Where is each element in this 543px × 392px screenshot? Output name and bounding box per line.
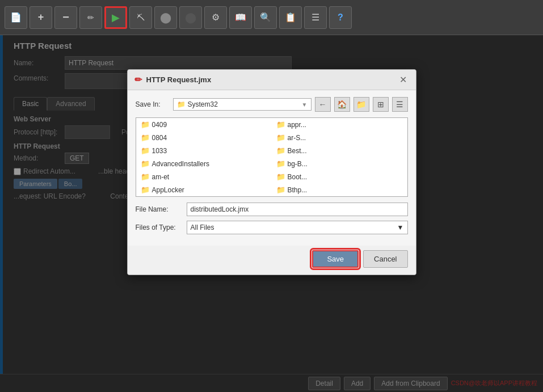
list-item[interactable]: 📁 appr... <box>272 118 407 131</box>
list-item[interactable]: 📁 bg-B... <box>272 157 407 170</box>
folder-icon: 📁 <box>276 120 285 129</box>
toolbar-add-btn[interactable]: + <box>30 6 52 29</box>
folder-icon: 📁 <box>141 133 150 142</box>
toolbar-template-btn[interactable]: 📋 <box>279 6 302 29</box>
save-dialog: ✏ HTTP Request.jmx ✕ Save In: 📁 System32… <box>127 69 416 275</box>
main-toolbar: 📄 + − ✏ ▶ ⛏ ⬤ ⬤ ⚙ 📖 🔍 📋 ☰ ? <box>0 0 543 35</box>
toolbar-book-btn[interactable]: 📖 <box>229 6 252 29</box>
nav-new-folder-btn[interactable]: 📁 <box>353 97 369 112</box>
save-in-row: Save In: 📁 System32 ▼ ← 🏠 📁 ⊞ ☰ <box>136 97 408 112</box>
dialog-title-icon: ✏ <box>134 74 142 85</box>
dialog-title: ✏ HTTP Request.jmx <box>134 74 212 85</box>
folder-icon: 📁 <box>276 172 285 181</box>
list-item[interactable]: 📁 1033 <box>136 144 272 157</box>
folder-icon: 📁 <box>276 146 285 155</box>
list-item[interactable]: 📁 Boot... <box>272 170 407 183</box>
folder-icon: 📁 <box>141 146 150 155</box>
list-item[interactable]: 📁 0804 <box>136 131 272 144</box>
toolbar-settings-btn[interactable]: ⚙ <box>204 6 227 29</box>
dialog-header: ✏ HTTP Request.jmx ✕ <box>128 70 416 90</box>
view-list-btn[interactable]: ☰ <box>392 97 408 112</box>
dialog-close-btn[interactable]: ✕ <box>397 74 409 85</box>
folder-icon: 📁 <box>276 133 285 142</box>
list-item[interactable]: 📁 Best... <box>272 144 407 157</box>
chevron-down-icon: ▼ <box>397 224 404 231</box>
folder-icon: 📁 <box>141 186 150 194</box>
toolbar-help-btn[interactable]: ? <box>329 6 352 29</box>
toolbar-new-btn[interactable]: 📄 <box>5 6 27 29</box>
toolbar-edit-btn[interactable]: ✏ <box>79 6 102 29</box>
view-grid-btn[interactable]: ⊞ <box>373 97 389 112</box>
save-button[interactable]: Save <box>312 250 359 268</box>
dialog-body: Save In: 📁 System32 ▼ ← 🏠 📁 ⊞ ☰ 📁 <box>128 90 416 246</box>
save-in-dropdown[interactable]: 📁 System32 ▼ <box>173 98 312 111</box>
folder-icon: 📁 <box>141 172 150 181</box>
nav-home-btn[interactable]: 🏠 <box>334 97 350 112</box>
toolbar-stop-btn[interactable]: ⛏ <box>129 6 152 29</box>
list-item[interactable]: 📁 ar-S... <box>272 131 407 144</box>
main-area: HTTP Request Name: Comments: ▼ Basic Adv… <box>0 35 543 392</box>
toolbar-run-btn[interactable]: ▶ <box>104 6 127 29</box>
list-item[interactable]: 📁 0409 <box>136 118 272 131</box>
dialog-overlay: ✏ HTTP Request.jmx ✕ Save In: 📁 System32… <box>0 35 543 392</box>
toolbar-log-btn[interactable]: ☰ <box>304 6 327 29</box>
file-type-value: All Files <box>191 224 214 231</box>
dialog-title-text: HTTP Request.jmx <box>146 75 212 84</box>
save-in-label: Save In: <box>136 100 170 108</box>
toolbar-clear-btn[interactable]: ⬤ <box>179 6 202 29</box>
list-item[interactable]: 📁 AdvancedInstallers <box>136 157 272 170</box>
toolbar-pause-btn[interactable]: ⬤ <box>154 6 177 29</box>
file-list: 📁 0409 📁 appr... 📁 0804 📁 ar-S... <box>136 117 408 197</box>
list-item[interactable]: 📁 am-et <box>136 170 272 183</box>
dialog-footer: Save Cancel <box>128 246 416 275</box>
file-name-label: File Name: <box>136 205 187 213</box>
list-item[interactable]: 📁 AppLocker <box>136 183 272 196</box>
file-type-label: Files of Type: <box>136 224 187 231</box>
nav-back-btn[interactable]: ← <box>315 97 331 112</box>
folder-icon: 📁 <box>141 120 150 129</box>
cancel-button[interactable]: Cancel <box>363 250 407 268</box>
file-type-select[interactable]: All Files ▼ <box>187 221 408 234</box>
toolbar-remove-btn[interactable]: − <box>54 6 77 29</box>
file-type-row: Files of Type: All Files ▼ <box>136 221 408 234</box>
list-item[interactable]: 📁 Bthp... <box>272 183 407 196</box>
folder-icon: 📁 <box>276 186 285 194</box>
current-folder: System32 <box>188 100 218 108</box>
file-name-input[interactable] <box>187 203 408 216</box>
toolbar-search-btn[interactable]: 🔍 <box>254 6 277 29</box>
folder-icon: 📁 <box>276 159 285 168</box>
file-name-row: File Name: <box>136 203 408 216</box>
folder-icon: 📁 <box>141 159 150 168</box>
